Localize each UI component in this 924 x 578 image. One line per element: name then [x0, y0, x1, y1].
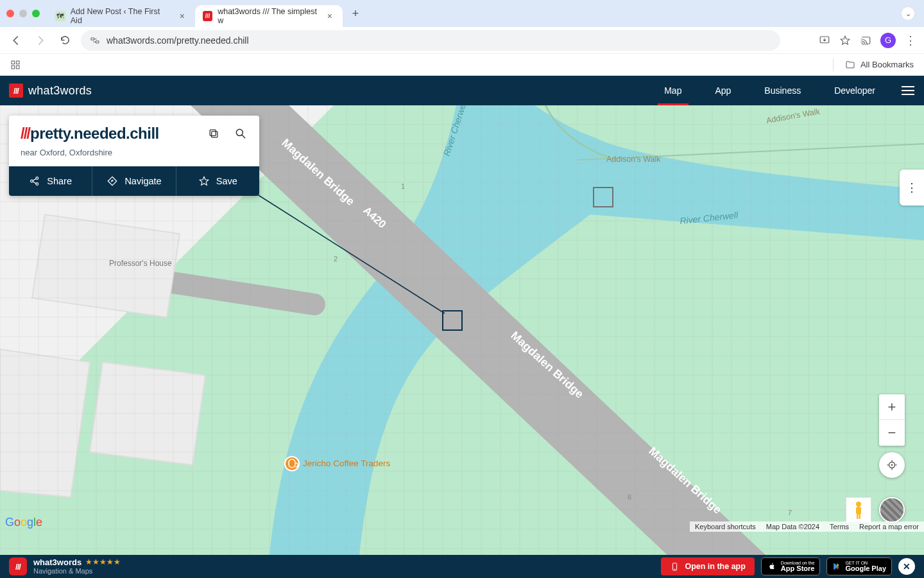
share-icon: [29, 175, 40, 187]
share-button[interactable]: Share: [9, 166, 92, 196]
phone-icon: [670, 562, 680, 572]
app-promo-banner: /// what3words ★★★★★ Navigation & Maps O…: [0, 555, 924, 578]
tabs-dropdown-button[interactable]: ⌄: [901, 6, 915, 21]
location-card: /// pretty.needed.chill near Oxford, Oxf…: [9, 116, 259, 196]
brand-logo[interactable]: /// what3words: [9, 83, 92, 98]
svg-rect-3: [12, 61, 15, 64]
header-nav: Map App Business Developer: [647, 76, 924, 105]
satellite-toggle[interactable]: [879, 497, 905, 523]
menu-button[interactable]: [892, 76, 924, 105]
google-play-button[interactable]: GET IT ONGoogle Play: [826, 557, 892, 575]
keyboard-shortcuts-link[interactable]: Keyboard shortcuts: [690, 521, 761, 532]
close-banner-button[interactable]: ✕: [898, 558, 915, 575]
svg-rect-1: [96, 40, 99, 42]
svg-text:Jericho Coffee Traders: Jericho Coffee Traders: [303, 459, 391, 468]
nav-label: Map: [664, 85, 681, 96]
url-input[interactable]: what3words.com/pretty.needed.chill: [81, 30, 780, 51]
nav-label: App: [715, 85, 731, 96]
action-row: Share Navigate Save: [9, 166, 259, 196]
close-tab-icon[interactable]: ×: [177, 11, 187, 21]
map-viewport[interactable]: Magdalen Bridge A420 Magdalen Bridge Mag…: [0, 105, 924, 555]
search-icon[interactable]: [234, 127, 248, 141]
zoom-out-button[interactable]: −: [879, 420, 905, 446]
minus-icon: −: [888, 425, 896, 441]
locate-me-button[interactable]: [879, 452, 905, 478]
svg-rect-6: [16, 66, 19, 69]
tab-inactive[interactable]: 🗺 Add New Post ‹ The First Aid ×: [47, 5, 195, 27]
maximize-window-button[interactable]: [32, 10, 40, 17]
map-attribution: Keyboard shortcuts Map Data ©2024 Terms …: [690, 521, 924, 532]
map-options-button[interactable]: ⋮: [900, 170, 924, 206]
button-label: Open in the app: [685, 562, 745, 571]
kebab-menu-icon[interactable]: ⋮: [905, 33, 916, 48]
svg-line-41: [33, 179, 36, 180]
nav-developer[interactable]: Developer: [817, 76, 892, 105]
svg-rect-35: [210, 130, 216, 136]
reload-button[interactable]: [56, 32, 73, 49]
button-label: Navigate: [124, 176, 161, 186]
new-tab-button[interactable]: +: [346, 4, 364, 22]
minimize-window-button[interactable]: [19, 10, 27, 17]
near-location-text: near Oxford, Oxfordshire: [9, 145, 259, 166]
navigate-button[interactable]: Navigate: [92, 166, 176, 196]
nav-label: Business: [764, 85, 801, 96]
save-button[interactable]: Save: [176, 166, 259, 196]
svg-text:2: 2: [334, 255, 338, 263]
svg-text:7: 7: [788, 509, 792, 516]
install-app-icon[interactable]: [819, 35, 830, 46]
favicon-icon: ///: [203, 11, 212, 21]
apple-icon: [767, 561, 777, 572]
svg-rect-4: [16, 61, 19, 64]
svg-rect-5: [12, 66, 15, 69]
forward-button[interactable]: [32, 32, 49, 49]
app-header: /// what3words Map App Business Develope…: [0, 76, 924, 105]
play-icon: [832, 562, 841, 571]
close-window-button[interactable]: [6, 10, 14, 17]
svg-text:Professor's House: Professor's House: [109, 259, 172, 268]
apps-icon[interactable]: [10, 60, 21, 70]
slashes-icon: ///: [9, 557, 27, 575]
nav-label: Developer: [834, 85, 875, 96]
nav-app[interactable]: App: [698, 76, 748, 105]
window-controls: [6, 10, 40, 17]
svg-point-44: [891, 464, 893, 466]
report-error-link[interactable]: Report a map error: [854, 521, 924, 532]
profile-button[interactable]: G: [880, 33, 896, 48]
url-text: what3words.com/pretty.needed.chill: [107, 35, 249, 46]
nav-business[interactable]: Business: [748, 76, 817, 105]
zoom-control: + −: [879, 394, 905, 446]
plus-icon: +: [888, 399, 896, 416]
close-tab-icon[interactable]: ×: [325, 11, 335, 21]
banner-title: what3words: [33, 558, 81, 567]
svg-rect-51: [857, 514, 859, 519]
crosshair-icon: [886, 459, 898, 471]
brand-name: what3words: [28, 84, 92, 98]
all-bookmarks-link[interactable]: All Bookmarks: [860, 60, 914, 69]
bookmark-icon[interactable]: [839, 35, 851, 46]
tab-active[interactable]: /// what3words /// The simplest w ×: [195, 5, 343, 27]
back-button[interactable]: [8, 32, 24, 49]
store-big-text: App Store: [781, 565, 815, 572]
divider: [833, 58, 834, 71]
svg-text:Addison's Walk: Addison's Walk: [606, 155, 661, 164]
cast-icon[interactable]: [860, 35, 871, 46]
nav-map[interactable]: Map: [647, 76, 698, 105]
three-word-address: pretty.needed.chill: [30, 125, 159, 143]
google-logo: Google: [5, 516, 42, 529]
streetview-pegman[interactable]: [846, 497, 871, 523]
zoom-in-button[interactable]: +: [879, 394, 905, 420]
svg-line-37: [243, 136, 245, 138]
button-label: Share: [47, 176, 72, 186]
site-info-icon[interactable]: [90, 35, 100, 46]
bookmark-bar: All Bookmarks: [0, 54, 924, 76]
stars-icon: ★★★★★: [85, 558, 121, 566]
open-in-app-button[interactable]: Open in the app: [661, 557, 754, 575]
tab-title: what3words /// The simplest w: [218, 7, 320, 25]
copy-icon[interactable]: [207, 127, 221, 141]
navigate-icon: [107, 175, 118, 187]
app-store-button[interactable]: Download on theApp Store: [761, 557, 821, 575]
terms-link[interactable]: Terms: [825, 521, 854, 532]
store-big-text: Google Play: [845, 565, 886, 572]
location-words-row[interactable]: /// pretty.needed.chill: [9, 116, 259, 145]
banner-subtitle: Navigation & Maps: [33, 567, 121, 575]
